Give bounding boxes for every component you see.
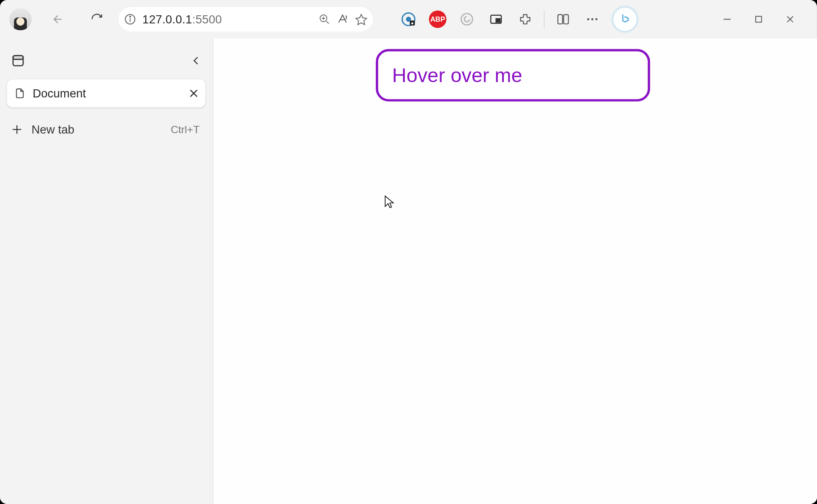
- url-text: 127.0.0.1:5500: [143, 12, 222, 26]
- new-tab-label: New tab: [31, 123, 163, 137]
- zoom-icon[interactable]: [319, 14, 330, 25]
- hover-text: Hover over me: [392, 64, 523, 86]
- back-button[interactable]: [46, 6, 71, 32]
- refresh-button[interactable]: [84, 6, 109, 32]
- svg-rect-14: [496, 19, 500, 22]
- svg-point-18: [591, 18, 594, 20]
- svg-point-19: [595, 18, 597, 20]
- browser-window: 127.0.0.1:5500 ABP: [0, 0, 817, 504]
- window-minimize-button[interactable]: [713, 6, 741, 32]
- plus-icon: [11, 123, 23, 136]
- page-icon: [14, 87, 26, 100]
- address-bar[interactable]: 127.0.0.1:5500: [118, 6, 374, 32]
- pip-icon[interactable]: [483, 6, 509, 32]
- tab-document[interactable]: Document: [7, 80, 205, 108]
- grammarly-extension-icon[interactable]: [454, 6, 480, 32]
- extensions-icon[interactable]: [512, 6, 538, 32]
- svg-rect-15: [558, 14, 563, 24]
- page-content: Hover over me: [214, 39, 817, 504]
- tab-actions-icon[interactable]: [11, 53, 26, 68]
- profile-avatar[interactable]: [9, 8, 31, 30]
- vertical-tabs-sidebar: Document New tab Ctrl+T: [0, 39, 214, 504]
- split-screen-icon[interactable]: [550, 6, 576, 32]
- more-menu-icon[interactable]: [580, 6, 605, 32]
- svg-rect-25: [13, 56, 23, 60]
- svg-rect-16: [564, 14, 568, 24]
- tab-title: Document: [33, 87, 182, 100]
- svg-point-2: [130, 16, 131, 17]
- close-tab-icon[interactable]: [189, 88, 198, 98]
- read-aloud-icon[interactable]: [336, 13, 349, 26]
- svg-marker-7: [356, 14, 366, 25]
- svg-rect-21: [756, 16, 762, 22]
- toolbar-divider: [544, 11, 544, 28]
- bing-chat-icon[interactable]: [612, 6, 638, 32]
- new-tab-shortcut: Ctrl+T: [171, 123, 200, 136]
- new-tab-button[interactable]: New tab Ctrl+T: [7, 113, 205, 146]
- window-close-button[interactable]: [776, 6, 804, 32]
- window-maximize-button[interactable]: [745, 6, 773, 32]
- privacy-extension-icon[interactable]: [396, 6, 421, 32]
- favorite-star-icon[interactable]: [355, 13, 368, 26]
- mouse-cursor-icon: [384, 195, 394, 209]
- site-info-icon[interactable]: [124, 13, 137, 26]
- svg-point-17: [587, 18, 589, 20]
- adblock-extension-icon[interactable]: ABP: [425, 6, 450, 32]
- svg-point-12: [461, 14, 473, 25]
- hover-target-box[interactable]: Hover over me: [376, 49, 650, 101]
- svg-rect-11: [411, 23, 413, 24]
- svg-line-4: [326, 21, 329, 24]
- browser-toolbar: 127.0.0.1:5500 ABP: [0, 0, 817, 39]
- collapse-sidebar-icon[interactable]: [190, 55, 202, 66]
